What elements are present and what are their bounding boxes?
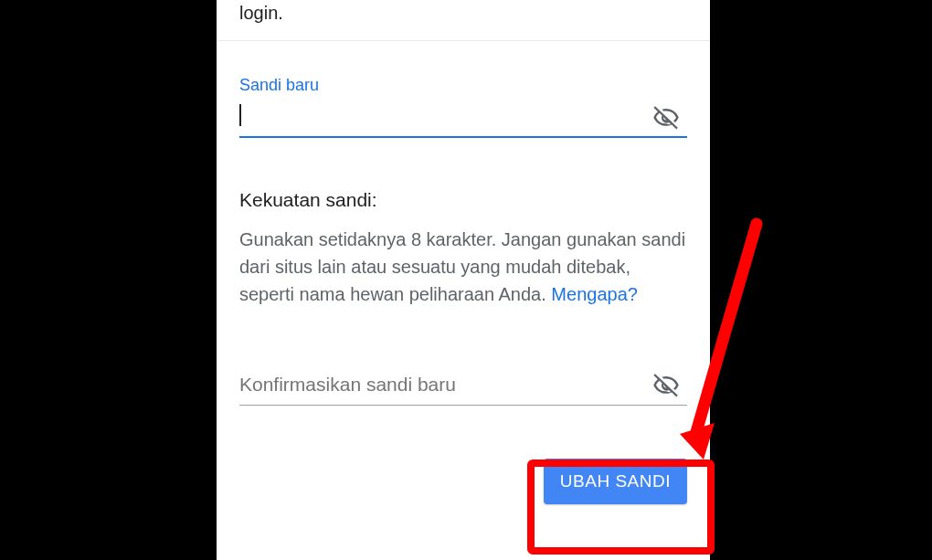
- strength-title: Kekuatan sandi:: [239, 189, 687, 211]
- eye-off-icon: [652, 372, 680, 399]
- strength-help-text: Gunakan setidaknya 8 karakter. Jangan gu…: [239, 226, 687, 308]
- confirm-password-input[interactable]: [239, 365, 687, 406]
- why-link[interactable]: Mengapa?: [551, 284, 638, 304]
- toggle-visibility-new[interactable]: [649, 100, 683, 135]
- new-password-input[interactable]: [239, 97, 687, 138]
- section-divider: [217, 40, 710, 41]
- eye-off-icon: [652, 104, 680, 132]
- text-cursor: [239, 104, 241, 126]
- new-password-input-wrap: [239, 97, 687, 138]
- confirm-password-input-wrap: [239, 365, 687, 406]
- password-change-panel: login. Sandi baru Kekuatan sandi: Gunaka…: [217, 0, 710, 560]
- password-strength-block: Kekuatan sandi: Gunakan setidaknya 8 kar…: [239, 189, 687, 308]
- toggle-visibility-confirm[interactable]: [649, 368, 683, 403]
- confirm-password-field-block: [239, 365, 687, 406]
- submit-row: UBAH SANDI: [239, 459, 687, 504]
- change-password-button[interactable]: UBAH SANDI: [544, 459, 687, 504]
- intro-text-tail: login.: [239, 0, 687, 26]
- new-password-label: Sandi baru: [239, 76, 687, 95]
- new-password-field-block: Sandi baru: [239, 76, 687, 138]
